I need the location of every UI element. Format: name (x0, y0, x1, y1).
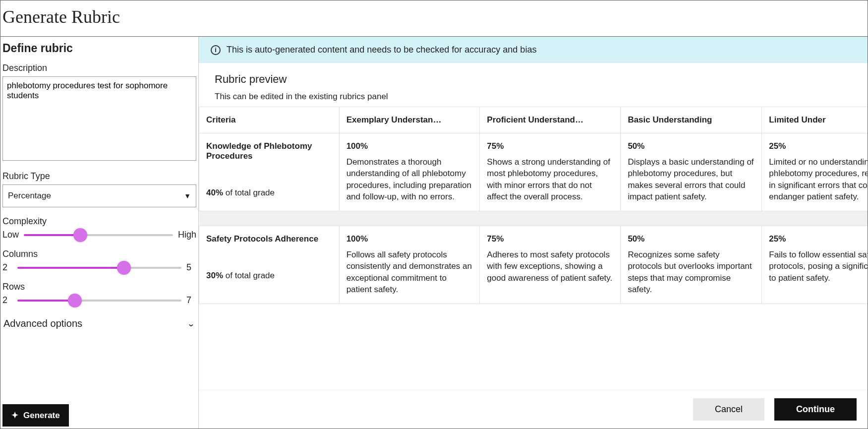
criteria-weight: 40% of total grade (206, 188, 332, 198)
level-percent: 25% (769, 234, 868, 244)
level-cell: 25%Fails to follow essential safety prot… (762, 226, 868, 304)
rows-max: 7 (186, 295, 196, 306)
rows-label: Rows (2, 282, 196, 292)
criteria-weight: 30% of total grade (206, 271, 332, 281)
header-level-1: Exemplary Understan… (339, 107, 480, 133)
rows-field: Rows 2 7 (2, 282, 196, 306)
chevron-down-icon: ⌄ (187, 318, 195, 328)
level-description: Demonstrates a thorough understanding of… (347, 156, 473, 203)
level-percent: 50% (628, 234, 754, 244)
complexity-high: High (178, 230, 196, 240)
preview-subtitle: This can be edited in the existing rubri… (215, 92, 852, 102)
generate-button[interactable]: ✦ Generate (2, 404, 69, 427)
rubric-table: Criteria Exemplary Understan… Proficient… (199, 107, 868, 304)
main: i This is auto-generated content and nee… (199, 37, 868, 429)
rows-thumb[interactable] (68, 294, 82, 307)
header-criteria: Criteria (199, 107, 340, 133)
columns-max: 5 (186, 262, 196, 273)
table-row: Knowledge of Phlebotomy Procedures40% of… (199, 133, 868, 211)
level-cell: 50%Recognizes some safety protocols but … (621, 226, 762, 304)
generate-row: ✦ Generate (0, 402, 198, 429)
preview-title: Rubric preview (215, 73, 852, 86)
description-field: Description (2, 63, 196, 162)
sidebar-scroll[interactable]: Define rubric Description Rubric Type Pe… (0, 37, 198, 402)
page-title: Generate Rubric (0, 0, 868, 37)
level-description: Adheres to most safety protocols with fe… (487, 249, 613, 284)
rows-slider[interactable] (17, 300, 181, 302)
columns-field: Columns 2 5 (2, 249, 196, 273)
criteria-cell: Knowledge of Phlebotomy Procedures40% of… (199, 133, 340, 211)
complexity-field: Complexity Low High (2, 216, 196, 240)
advanced-options-toggle[interactable]: Advanced options ⌄ (2, 314, 196, 332)
level-percent: 50% (628, 141, 754, 151)
description-label: Description (2, 63, 196, 73)
body: Define rubric Description Rubric Type Pe… (0, 37, 868, 429)
level-percent: 100% (347, 141, 473, 151)
criteria-name: Knowledge of Phlebotomy Procedures (206, 141, 332, 161)
level-percent: 75% (487, 234, 613, 244)
info-icon: i (211, 45, 221, 55)
complexity-low: Low (2, 230, 19, 240)
level-cell: 50%Displays a basic understanding of phl… (621, 133, 762, 211)
level-description: Recognizes some safety protocols but ove… (628, 249, 754, 296)
level-cell: 100%Demonstrates a thorough understandin… (339, 133, 480, 211)
caret-down-icon: ▼ (184, 192, 191, 200)
columns-thumb[interactable] (117, 261, 131, 275)
rows-min: 2 (2, 295, 12, 306)
columns-label: Columns (2, 249, 196, 259)
level-percent: 100% (347, 234, 473, 244)
complexity-slider[interactable] (24, 234, 173, 236)
columns-min: 2 (2, 262, 12, 273)
preview: Rubric preview This can be edited in the… (199, 63, 868, 390)
description-input[interactable] (2, 76, 196, 161)
level-cell: 75%Adheres to most safety protocols with… (480, 226, 621, 304)
rubric-type-field: Rubric Type Percentage ▼ (2, 171, 196, 207)
header-level-2: Proficient Understand… (480, 107, 621, 133)
table-header-row: Criteria Exemplary Understan… Proficient… (199, 107, 868, 133)
header-level-4: Limited Under (762, 107, 868, 133)
sidebar-heading: Define rubric (2, 42, 196, 55)
generate-label: Generate (23, 411, 60, 421)
continue-button[interactable]: Continue (774, 398, 857, 421)
level-description: Fails to follow essential safety protoco… (769, 249, 868, 284)
info-banner: i This is auto-generated content and nee… (199, 37, 868, 63)
sparkle-icon: ✦ (11, 410, 18, 421)
rubric-type-value: Percentage (8, 191, 51, 201)
level-cell: 75%Shows a strong understanding of most … (480, 133, 621, 211)
level-percent: 75% (487, 141, 613, 151)
footer: Cancel Continue (199, 390, 868, 429)
level-description: Follows all safety protocols consistentl… (347, 249, 473, 296)
criteria-name: Safety Protocols Adherence (206, 234, 332, 244)
rubric-type-label: Rubric Type (2, 171, 196, 182)
banner-text: This is auto-generated content and needs… (227, 45, 536, 55)
complexity-thumb[interactable] (73, 228, 87, 242)
rubric-type-select[interactable]: Percentage ▼ (2, 184, 196, 207)
gap-row (199, 211, 868, 226)
preview-header: Rubric preview This can be edited in the… (199, 63, 868, 107)
columns-slider[interactable] (17, 267, 181, 269)
app-root: Generate Rubric Define rubric Descriptio… (0, 0, 868, 429)
level-percent: 25% (769, 141, 868, 151)
rubric-table-scroll[interactable]: Criteria Exemplary Understan… Proficient… (199, 107, 868, 390)
level-description: Shows a strong understanding of most phl… (487, 156, 613, 203)
sidebar: Define rubric Description Rubric Type Pe… (0, 37, 199, 429)
level-cell: 25%Limited or no understanding of phlebo… (762, 133, 868, 211)
level-description: Displays a basic understanding of phlebo… (628, 156, 754, 203)
table-row: Safety Protocols Adherence30% of total g… (199, 226, 868, 304)
criteria-cell: Safety Protocols Adherence30% of total g… (199, 226, 340, 304)
advanced-options-label: Advanced options (3, 318, 82, 329)
level-description: Limited or no understanding of phlebotom… (769, 156, 868, 203)
header-level-3: Basic Understanding (621, 107, 762, 133)
level-cell: 100%Follows all safety protocols consist… (339, 226, 480, 304)
complexity-label: Complexity (2, 216, 196, 227)
cancel-button[interactable]: Cancel (693, 398, 764, 421)
